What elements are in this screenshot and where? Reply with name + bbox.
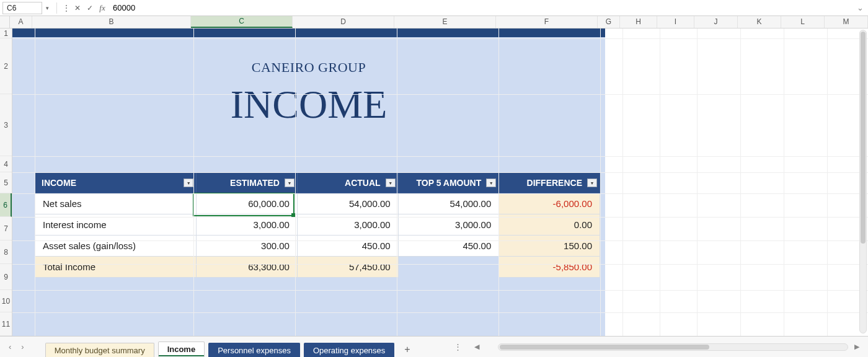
th-estimated-label: ESTIMATED	[230, 178, 280, 188]
row-header-7[interactable]: 7	[0, 217, 12, 240]
sheet-tab[interactable]: Monthly budget summary	[45, 343, 154, 358]
table-row: Net sales60,000.0054,000.0054,000.00-6,0…	[35, 193, 600, 214]
cell-difference[interactable]: 150.00	[499, 236, 600, 257]
cell-top5[interactable]	[398, 257, 499, 278]
top-strip	[12, 29, 605, 37]
row-header-1[interactable]: 1	[0, 29, 12, 38]
cell-difference[interactable]: -6,000.00	[499, 193, 600, 214]
tab-nav-next-icon[interactable]: ›	[17, 342, 27, 351]
cell-estimated[interactable]: 300.00	[197, 236, 298, 257]
cells-canvas[interactable]: CANEIRO GROUP INCOME INCOME▼ ESTIMATED▼ …	[12, 29, 868, 336]
sheet-tab[interactable]: Operating expenses	[304, 343, 394, 358]
th-top5[interactable]: TOP 5 AMOUNT▼	[398, 173, 499, 193]
row-header-4[interactable]: 4	[0, 156, 12, 172]
cell-actual[interactable]: 57,450.00	[297, 257, 398, 278]
row-header-6[interactable]: 6	[0, 193, 12, 217]
horizontal-scrollbar[interactable]	[498, 343, 848, 351]
cell-actual[interactable]: 54,000.00	[297, 193, 398, 214]
th-top5-label: TOP 5 AMOUNT	[417, 178, 482, 188]
sheet-tab[interactable]: Income	[158, 342, 205, 358]
col-header-I[interactable]: I	[657, 16, 694, 28]
cancel-icon[interactable]: ✕	[73, 4, 82, 12]
enter-icon[interactable]: ✓	[86, 4, 94, 12]
row-header-5[interactable]: 5	[0, 172, 12, 193]
sheet-tab[interactable]: Personnel expenses	[208, 343, 300, 358]
vdots-icon[interactable]: ⋮	[62, 4, 71, 12]
grid-area: ABCDEFGHIJKLM 1234567891011 CANEIRO GROU…	[0, 16, 868, 336]
cell-estimated[interactable]: 63,300.00	[197, 257, 298, 278]
col-header-M[interactable]: M	[825, 16, 868, 28]
cell-difference[interactable]: -5,850.00	[499, 257, 600, 278]
formula-expand-icon[interactable]: ⌄	[854, 3, 866, 12]
sheet-tab-bar: ‹ › Monthly budget summaryIncomePersonne…	[0, 336, 868, 357]
hscroll-thumb[interactable]	[500, 345, 709, 350]
col-header-E[interactable]: E	[394, 16, 496, 28]
cell-top5[interactable]: 450.00	[398, 236, 499, 257]
col-header-G[interactable]: G	[598, 16, 620, 28]
filter-icon[interactable]: ▼	[587, 178, 597, 187]
row-header-2[interactable]: 2	[0, 38, 12, 94]
th-income-label: INCOME	[42, 178, 76, 188]
cell-label[interactable]: Asset sales (gain/loss)	[35, 236, 197, 257]
vertical-scrollbar[interactable]	[859, 30, 867, 333]
filter-icon[interactable]: ▼	[285, 178, 294, 187]
column-headers: ABCDEFGHIJKLM	[0, 16, 868, 29]
hscroll-right-icon[interactable]: ▶	[851, 343, 863, 351]
divider	[56, 2, 57, 14]
col-header-D[interactable]: D	[293, 16, 394, 28]
income-tbody: Net sales60,000.0054,000.0054,000.00-6,0…	[35, 193, 600, 278]
vscroll-thumb[interactable]	[861, 32, 866, 244]
grid-body: 1234567891011 CANEIRO GROUP INCOME INCOM…	[0, 29, 868, 336]
cell-label[interactable]: Total Income	[35, 257, 197, 278]
col-header-K[interactable]: K	[738, 16, 781, 28]
name-box-dropdown-icon[interactable]: ▾	[43, 5, 51, 11]
th-actual[interactable]: ACTUAL▼	[297, 173, 398, 193]
cell-estimated[interactable]: 60,000.00	[197, 193, 298, 214]
col-header-A[interactable]: A	[10, 16, 32, 28]
table-row-total: Total Income63,300.0057,450.00-5,850.00	[35, 257, 600, 278]
col-header-B[interactable]: B	[32, 16, 191, 28]
col-header-F[interactable]: F	[496, 16, 598, 28]
col-header-L[interactable]: L	[781, 16, 825, 28]
row-header-3[interactable]: 3	[0, 94, 12, 156]
formula-bar: C6 ▾ ⋮ ✕ ✓ fx ⌄	[0, 0, 868, 16]
row-header-8[interactable]: 8	[0, 240, 12, 264]
select-all-corner[interactable]	[0, 16, 10, 28]
page-title: INCOME	[12, 82, 605, 128]
add-sheet-button[interactable]: +	[397, 344, 417, 355]
fx-icon[interactable]: fx	[98, 3, 107, 13]
col-header-C[interactable]: C	[191, 16, 293, 28]
row-header-9[interactable]: 9	[0, 264, 12, 290]
income-table: INCOME▼ ESTIMATED▼ ACTUAL▼ TOP 5 AMOUNT▼…	[35, 172, 600, 278]
filter-icon[interactable]: ▼	[184, 178, 193, 187]
th-difference[interactable]: DIFFERENCE▼	[499, 173, 600, 193]
table-row: Asset sales (gain/loss)300.00450.00450.0…	[35, 236, 600, 257]
formula-input[interactable]	[109, 2, 852, 14]
cell-actual[interactable]: 450.00	[297, 236, 398, 257]
col-header-H[interactable]: H	[620, 16, 657, 28]
th-actual-label: ACTUAL	[345, 178, 381, 188]
row-headers: 1234567891011	[0, 29, 12, 336]
name-box[interactable]: C6	[2, 2, 42, 14]
row-header-10[interactable]: 10	[0, 290, 12, 312]
cell-label[interactable]: Net sales	[35, 193, 197, 214]
sheet-tabs: Monthly budget summaryIncomePersonnel ex…	[45, 339, 395, 355]
filter-icon[interactable]: ▼	[386, 178, 396, 187]
company-name: CANEIRO GROUP	[12, 60, 605, 76]
row-header-11[interactable]: 11	[0, 312, 12, 336]
tab-overflow-icon[interactable]: ⋮	[448, 342, 468, 351]
th-estimated[interactable]: ESTIMATED▼	[197, 173, 298, 193]
cell-top5[interactable]: 54,000.00	[398, 193, 499, 214]
name-box-value: C6	[7, 4, 16, 12]
th-income[interactable]: INCOME▼	[35, 173, 197, 193]
col-header-J[interactable]: J	[694, 16, 738, 28]
th-difference-label: DIFFERENCE	[527, 178, 582, 188]
tab-nav-prev-icon[interactable]: ‹	[5, 342, 15, 351]
filter-icon[interactable]: ▼	[486, 178, 496, 187]
hscroll-left-icon[interactable]: ◀	[471, 343, 483, 351]
